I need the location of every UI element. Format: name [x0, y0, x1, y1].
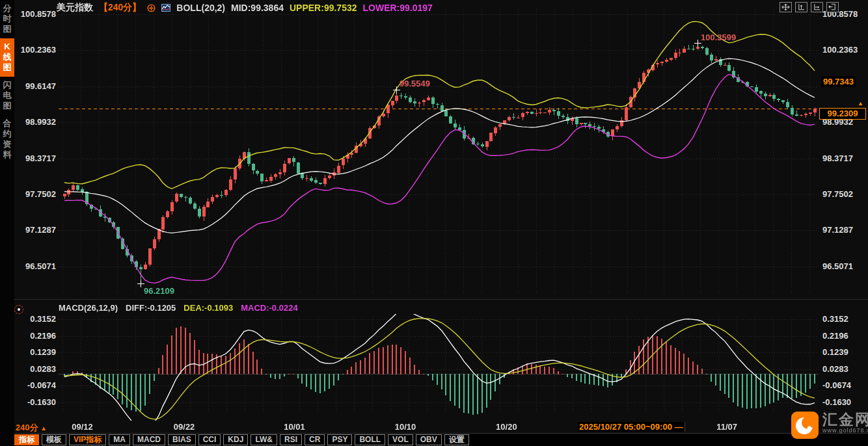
- price-up-arrow-icon: ▲: [858, 101, 863, 107]
- toolbar-button-2[interactable]: 模板: [42, 434, 66, 445]
- axis-label: 96.5071: [14, 262, 56, 271]
- toolbar-button-13[interactable]: BOLL: [355, 434, 385, 445]
- toolbar-button-16[interactable]: 设置: [444, 434, 469, 445]
- toolbar-button-10[interactable]: RSI: [280, 434, 302, 445]
- axis-label: 0.3152: [822, 315, 848, 324]
- kline-chart-icon: [161, 4, 170, 12]
- axis-label: 100.8578: [14, 10, 56, 19]
- axis-label: 97.1287: [822, 226, 853, 235]
- axis-label: 99.6147: [14, 82, 56, 91]
- axis-label: 97.7502: [822, 190, 853, 199]
- logo-crescent-icon: [791, 412, 819, 439]
- date-label: 10/01: [284, 422, 305, 432]
- zoom-vertical-icon[interactable]: [795, 2, 807, 12]
- toolbar-button-9[interactable]: LW&: [251, 434, 277, 445]
- window-controls: [780, 2, 839, 12]
- toolbar-button-6[interactable]: BIAS: [168, 434, 196, 445]
- exit-icon[interactable]: [826, 2, 839, 12]
- axis-label: -0.0674: [14, 381, 56, 390]
- macd-hist-value: MACD:-0.0224: [241, 303, 297, 313]
- highlighted-date-label: 2025/10/27 05:00~09:00 —: [577, 422, 685, 432]
- date-label: 09/22: [174, 422, 195, 432]
- axis-label: 100.2363: [14, 46, 56, 55]
- toolbar-button-14[interactable]: VOL: [388, 434, 413, 445]
- axis-label: 0.0283: [822, 365, 848, 374]
- chart-header: 美元指数 【240分】 BOLL(20,2) MID:99.3864 UPPER…: [57, 2, 433, 14]
- sidebar-tab-2[interactable]: K线图: [0, 38, 14, 77]
- date-label: 09/12: [72, 422, 93, 432]
- last-price-badge: 99.2309: [819, 108, 866, 120]
- marked-top-label: 100.3599: [701, 33, 736, 42]
- sidebar-tab-1[interactable]: 分时图: [0, 0, 14, 38]
- toolbar-button-8[interactable]: KDJ: [223, 434, 248, 445]
- toolbar-button-4[interactable]: MA: [109, 434, 130, 445]
- axis-label: 100.2363: [822, 46, 858, 55]
- toolbar-button-1[interactable]: 指标: [14, 434, 39, 445]
- indicator-toolbar: 指标模板VIP指标MAMACDBIASCCIKDJLW&RSICRPSYBOLL…: [14, 434, 469, 445]
- toolbar-button-3[interactable]: VIP指标: [69, 434, 106, 445]
- sidebar: 分时图K线图闪电图合约资料: [0, 0, 14, 446]
- axis-label: 98.3717: [822, 154, 853, 163]
- axis-label: 96.5071: [822, 262, 853, 271]
- axis-label: 0.2196: [14, 332, 56, 341]
- toolbar-button-7[interactable]: CCI: [198, 434, 221, 445]
- axis-label: -0.0674: [822, 381, 851, 390]
- panel-divider: [0, 299, 868, 300]
- axis-label: 0.0283: [14, 365, 56, 374]
- zoom-horizontal-icon[interactable]: [811, 2, 823, 12]
- move-icon[interactable]: [780, 2, 792, 12]
- macd-header: MACD(26,12,9) DIFF:-0.1205 DEA:-0.1093 M…: [59, 303, 298, 313]
- toolbar-button-11[interactable]: CR: [305, 434, 325, 445]
- symbol-title: 美元指数: [57, 2, 93, 14]
- axis-label: 97.1287: [14, 226, 56, 235]
- sidebar-tab-3[interactable]: 闪电图: [0, 77, 14, 115]
- period-selector-label: 240分: [16, 423, 38, 432]
- period-selector-arrow-icon: ▲: [40, 425, 47, 432]
- date-label: 10/10: [395, 422, 416, 432]
- site-logo: 汇金网 www.gold678.com: [791, 412, 868, 439]
- period-selector[interactable]: 240分 ▲: [16, 422, 47, 434]
- crosshair-plus-icon[interactable]: [147, 4, 156, 12]
- kline-chart-canvas[interactable]: [59, 0, 819, 423]
- toolbar-button-5[interactable]: MACD: [133, 434, 165, 445]
- marked-low-label: 96.2109: [144, 286, 174, 296]
- date-label: 11/07: [716, 422, 737, 432]
- logo-site-name: 汇金网: [822, 412, 868, 427]
- logo-site-url: www.gold678.com: [822, 427, 868, 434]
- toolbar-divider: [0, 433, 868, 434]
- axis-label: -0.1630: [822, 398, 851, 407]
- axis-label: 0.3152: [14, 315, 56, 324]
- period-label: 【240分】: [99, 2, 141, 14]
- sidebar-tab-4[interactable]: 合约资料: [0, 115, 14, 164]
- toolbar-button-12[interactable]: PSY: [327, 434, 352, 445]
- app-window: 分时图K线图闪电图合约资料 美元指数 【240分】 BOLL(20,2) MID…: [0, 0, 868, 446]
- axis-label: -0.1630: [14, 398, 56, 407]
- axis-label: 97.7502: [14, 190, 56, 199]
- axis-label: 0.1239: [14, 348, 56, 357]
- axis-label: 0.1239: [822, 348, 848, 357]
- marked-high-label: 99.5549: [400, 79, 430, 88]
- indicator-target-icon[interactable]: [14, 305, 23, 314]
- boll-label: BOLL(20,2): [176, 3, 225, 13]
- time-axis: 240分 ▲ 09/1209/2210/0110/1010/202025/10/…: [0, 422, 868, 433]
- macd-title: MACD(26,12,9): [59, 303, 118, 313]
- toolbar-button-15[interactable]: OBV: [416, 434, 442, 445]
- boll-upper-value: UPPER:99.7532: [290, 3, 357, 13]
- axis-label: 0.2196: [822, 332, 848, 341]
- boll-mid-value: MID:99.3864: [231, 3, 284, 13]
- axis-label: 98.9932: [14, 118, 56, 127]
- axis-label: 98.3717: [14, 154, 56, 163]
- upper-band-badge: 99.7343: [821, 76, 856, 87]
- macd-dea-value: DEA:-0.1093: [183, 303, 233, 313]
- macd-diff-value: DIFF:-0.1205: [126, 303, 176, 313]
- boll-lower-value: LOWER:99.0197: [363, 3, 433, 13]
- date-label: 10/20: [496, 422, 517, 432]
- sidebar-tabs: 分时图K线图闪电图合约资料: [0, 0, 14, 164]
